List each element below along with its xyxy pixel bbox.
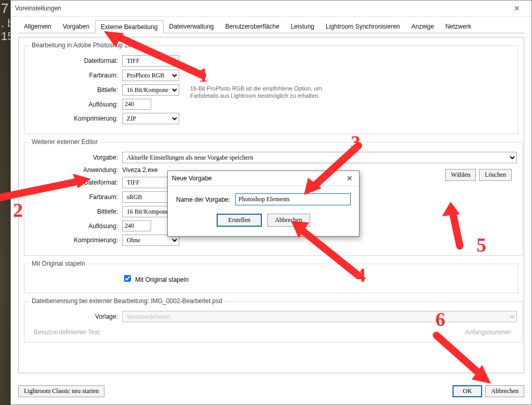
- fileformat-select[interactable]: TIFF: [122, 55, 179, 67]
- create-button[interactable]: Erstellen: [217, 214, 262, 227]
- tab-dateiverwaltung[interactable]: Dateiverwaltung: [164, 20, 220, 33]
- tab-allgemein[interactable]: Allgemein: [18, 20, 57, 33]
- section-title: Weiterer externer Editor: [30, 138, 100, 146]
- template-select: Benutzerdefiniert: [122, 311, 517, 322]
- stack-checkbox[interactable]: [124, 275, 131, 282]
- tab-lightroom-synchronisieren[interactable]: Lightroom Synchronisieren: [320, 20, 406, 33]
- delete-button[interactable]: Löschen: [479, 169, 512, 181]
- section-title: Bearbeitung in Adobe Photoshop 2020: [30, 42, 141, 49]
- close-icon[interactable]: ✕: [344, 174, 355, 182]
- cancel-button[interactable]: Abbrechen: [485, 385, 524, 397]
- bitdepth-select[interactable]: 16 Bit/Komponente: [122, 84, 179, 96]
- tab-vorgaben[interactable]: Vorgaben: [57, 20, 95, 33]
- new-preset-dialog: Neue Vorgabe ✕ Name der Vorgabe: Erstell…: [167, 171, 360, 237]
- dialog-titlebar[interactable]: Neue Vorgabe ✕: [168, 171, 359, 186]
- tab-benutzeroberfläche[interactable]: Benutzeroberfläche: [220, 20, 285, 33]
- application-value: Viveza 2.exe: [122, 166, 158, 174]
- section-title: Dateibenennung bei externer Bearbeitung:…: [30, 297, 224, 305]
- ok-button[interactable]: OK: [453, 385, 482, 397]
- tab-anzeige[interactable]: Anzeige: [406, 20, 440, 33]
- stack-checkbox-label[interactable]: Mit Original stapeln: [122, 273, 189, 283]
- dialog-title: Neue Vorgabe: [172, 175, 212, 182]
- section-title: Mit Original stapeln: [30, 260, 87, 267]
- resolution-input[interactable]: [122, 99, 151, 110]
- preset-name-input[interactable]: [235, 193, 351, 205]
- section-stack: Mit Original stapeln Mit Original stapel…: [24, 260, 518, 293]
- format-hint: 16-Bit ProPhoto RGB ist die empfohlene O…: [190, 85, 341, 100]
- colorspace-select[interactable]: ProPhoto RGB: [122, 70, 179, 81]
- compression-select[interactable]: ZIP: [122, 113, 179, 124]
- preset-name-label: Name der Vorgabe:: [176, 196, 230, 203]
- restart-button[interactable]: Lightroom Classic neu starten: [18, 385, 104, 397]
- tab-externe-bearbeitung[interactable]: Externe Bearbeitung: [95, 20, 163, 33]
- choose-button[interactable]: Wählen: [445, 169, 476, 181]
- close-icon[interactable]: ✕: [507, 1, 527, 16]
- tab-leistung[interactable]: Leistung: [285, 20, 320, 33]
- custom-text-label: Benutzerdefinierter Text:: [34, 329, 101, 336]
- preset-select[interactable]: Aktuelle Einstellungen als neue Vorgabe …: [122, 152, 517, 163]
- titlebar[interactable]: Voreinstellungen ✕: [11, 1, 531, 17]
- ext-resolution-input[interactable]: [122, 220, 151, 231]
- window-title: Voreinstellungen: [15, 1, 61, 16]
- tab-netzwerk[interactable]: Netzwerk: [440, 20, 477, 33]
- start-number-label: Anfangsnummer:: [466, 329, 513, 336]
- section-filenaming: Dateibenennung bei externer Bearbeitung:…: [24, 297, 523, 343]
- dialog-cancel-button[interactable]: Abbrechen: [267, 214, 310, 227]
